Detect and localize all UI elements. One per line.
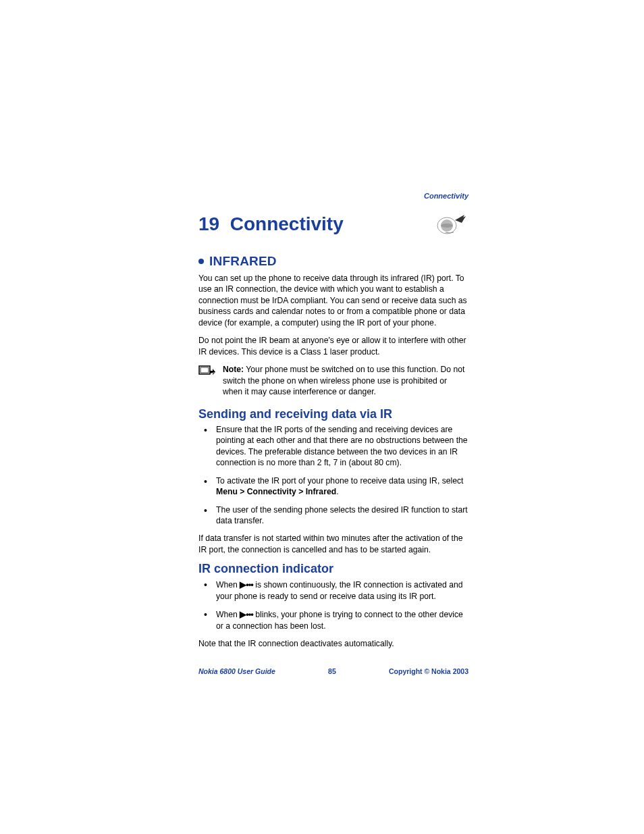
list-item: The user of the sending phone selects th…: [198, 504, 468, 527]
footer-page-number: 85: [328, 667, 336, 675]
paragraph: You can set up the phone to receive data…: [198, 273, 468, 328]
text: When: [216, 580, 240, 590]
footer-guide-name: Nokia 6800 User Guide: [198, 667, 275, 675]
text: To activate the IR port of your phone to…: [216, 476, 464, 486]
running-header: Connectivity: [198, 192, 468, 200]
chapter-title: 19 Connectivity: [198, 213, 344, 235]
list-item: When ▶••• is shown continuously, the IR …: [198, 579, 468, 602]
chapter-heading: 19 Connectivity: [198, 211, 468, 238]
connectivity-icon: [432, 211, 468, 238]
text: blinks, your phone is trying to connect …: [216, 610, 463, 631]
paragraph: Note that the IR connection deactivates …: [198, 638, 468, 649]
svg-rect-4: [200, 367, 209, 373]
subsection-indicator-heading: IR connection indicator: [198, 562, 468, 576]
section-infrared-heading: INFRARED: [198, 254, 468, 269]
page-content: Connectivity 19 Connectivity INFRARED Yo…: [198, 192, 468, 656]
bullet-icon: [198, 259, 204, 264]
note-label: Note:: [223, 365, 244, 374]
note-icon: [198, 365, 216, 382]
note-text: Note: Your phone must be switched on to …: [223, 364, 468, 397]
page-footer: Nokia 6800 User Guide 85 Copyright © Nok…: [198, 667, 468, 675]
list-item: To activate the IR port of your phone to…: [198, 475, 468, 498]
paragraph: Do not point the IR beam at anyone's eye…: [198, 335, 468, 357]
list-item: When ▶••• blinks, your phone is trying t…: [198, 608, 468, 631]
svg-point-2: [441, 224, 453, 228]
menu-path: Menu > Connectivity > Infrared: [216, 487, 336, 496]
footer-copyright: Copyright © Nokia 2003: [389, 667, 468, 675]
ir-indicator-glyph: ▶•••: [240, 609, 253, 619]
text: .: [336, 487, 338, 496]
chapter-name: Connectivity: [230, 213, 344, 234]
note-block: Note: Your phone must be switched on to …: [198, 364, 468, 397]
note-body: Your phone must be switched on to use th…: [223, 365, 464, 396]
paragraph: If data transfer is not started within t…: [198, 533, 468, 555]
chapter-number: 19: [198, 213, 219, 234]
bullet-list: When ▶••• is shown continuously, the IR …: [198, 579, 468, 631]
section-title-text: INFRARED: [209, 254, 277, 269]
text: is shown continuously, the IR connection…: [216, 580, 463, 601]
subsection-sending-heading: Sending and receiving data via IR: [198, 407, 468, 421]
list-item: Ensure that the IR ports of the sending …: [198, 424, 468, 469]
ir-indicator-glyph: ▶•••: [240, 579, 253, 590]
bullet-list: Ensure that the IR ports of the sending …: [198, 424, 468, 527]
text: When: [216, 610, 240, 619]
